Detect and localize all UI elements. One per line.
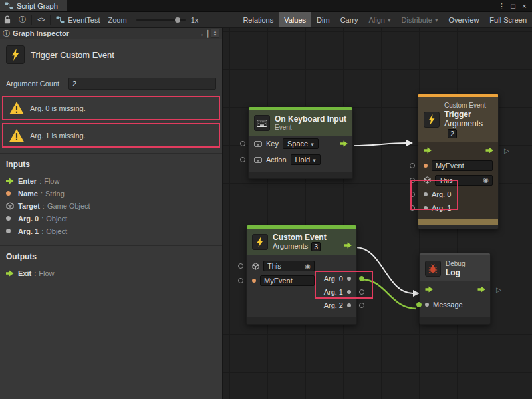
node-custom-event[interactable]: Custom Event Arguments3 This MyEvent xyxy=(246,225,357,325)
action-dropdown[interactable]: Hold xyxy=(291,154,321,165)
selected-unit-title-box: Trigger Custom Event xyxy=(0,39,222,70)
node-on-keyboard-input[interactable]: On Keyboard Input Event Key Space xyxy=(248,106,353,179)
argument-count-badge: 2 xyxy=(448,129,457,138)
arg0-row: Arg. 0 xyxy=(315,272,356,285)
lightning-bolt-icon xyxy=(252,234,268,250)
toolbar-toggle-group: Relations Values Dim Carry Align Distrib… xyxy=(237,12,532,27)
target-row: This xyxy=(418,173,498,188)
script-graph-icon xyxy=(5,2,13,9)
lock-button[interactable] xyxy=(0,12,15,27)
node-trigger-custom-event[interactable]: Custom Event Trigger Arguments2 MyEvent xyxy=(418,93,499,229)
lightning-bolt-icon xyxy=(424,112,440,128)
wire-arguments-to-debug[interactable] xyxy=(356,247,413,293)
event-name-field[interactable]: MyEvent xyxy=(260,275,315,286)
carry-button[interactable]: Carry xyxy=(335,12,364,27)
relations-button[interactable]: Relations xyxy=(237,12,279,27)
zoom-slider[interactable] xyxy=(136,19,186,21)
inputs-header: Inputs xyxy=(6,160,216,169)
wire-arg0-to-message[interactable] xyxy=(361,279,416,309)
flow-out-port[interactable] xyxy=(477,286,486,293)
selected-unit-title: Trigger Custom Event xyxy=(31,50,114,60)
overview-button[interactable]: Overview xyxy=(444,12,485,27)
info-icon: ⓘ xyxy=(19,15,26,25)
argument-count-input[interactable] xyxy=(68,78,216,90)
target-input-port[interactable] xyxy=(238,263,243,269)
node-footer xyxy=(418,219,498,225)
flow-row xyxy=(420,281,490,297)
graph-asset-button[interactable]: EventTest xyxy=(52,12,104,27)
node-title: Trigger xyxy=(444,110,493,119)
string-dot-icon xyxy=(424,164,428,168)
inspect-button[interactable]: ⓘ xyxy=(15,12,30,27)
window-close-icon[interactable]: × xyxy=(519,1,529,11)
target-input-port[interactable] xyxy=(410,178,415,183)
arg2-output-port[interactable] xyxy=(359,303,364,308)
object-dot-icon xyxy=(424,206,428,210)
node-footer xyxy=(420,317,490,324)
align-dropdown-button[interactable]: Align xyxy=(364,12,396,27)
flow-out-port[interactable] xyxy=(344,242,352,249)
name-input-port[interactable] xyxy=(238,278,243,283)
flow-out-port[interactable] xyxy=(340,140,348,147)
output-pin-row: Exit : Flow xyxy=(6,267,216,279)
node-footer xyxy=(247,317,356,324)
node-category: Debug xyxy=(446,259,465,268)
values-button[interactable]: Values xyxy=(279,12,311,27)
flow-row xyxy=(418,142,498,158)
node-subtitle: Arguments2 xyxy=(444,119,493,138)
full-screen-button[interactable]: Full Screen xyxy=(484,12,532,27)
distribute-dropdown-button[interactable]: Distribute xyxy=(396,12,444,27)
event-name-row: MyEvent xyxy=(247,273,320,288)
message-input-port[interactable] xyxy=(416,302,422,307)
message-label: Message xyxy=(433,301,463,309)
panel-scroll-spinner[interactable] xyxy=(211,29,219,38)
node-header: On Keyboard Input Event xyxy=(249,110,352,136)
dock-panel-icon[interactable] xyxy=(198,30,208,37)
tab-title: Script Graph xyxy=(17,2,58,10)
argument-count-row: Argument Count xyxy=(6,78,216,90)
window-tab-bar: Script Graph ⋮ □ × xyxy=(0,0,532,12)
node-category: Custom Event xyxy=(444,101,493,110)
key-label: Key xyxy=(266,140,279,148)
input-pin-row: Name : String xyxy=(6,187,216,200)
object-dot-icon xyxy=(424,192,428,196)
target-field[interactable]: This xyxy=(435,175,493,186)
node-debug-log[interactable]: Debug Log Message xyxy=(419,253,491,325)
object-dot-icon xyxy=(6,216,18,221)
zoom-slider-handle[interactable] xyxy=(175,17,180,23)
zoom-label: Zoom xyxy=(104,12,131,27)
arg1-row: Arg. 1 xyxy=(418,201,498,215)
code-view-button[interactable]: <> xyxy=(33,12,49,27)
window-menu-icon[interactable]: ⋮ xyxy=(497,1,507,11)
node-subtitle: Event xyxy=(275,124,346,132)
dim-button[interactable]: Dim xyxy=(311,12,335,27)
flow-out-port[interactable] xyxy=(485,147,494,154)
tab-script-graph[interactable]: Script Graph xyxy=(0,0,67,11)
keycap-icon xyxy=(254,141,262,147)
key-input-port[interactable] xyxy=(240,141,245,146)
window-maximize-icon[interactable]: □ xyxy=(508,1,518,11)
flow-continue-icon xyxy=(496,286,501,293)
key-dropdown[interactable]: Space xyxy=(283,138,319,149)
message-row: Message xyxy=(420,297,490,312)
wire-keyboard-to-trigger[interactable] xyxy=(354,143,406,146)
zoom-value: 1x xyxy=(191,16,199,24)
node-title: On Keyboard Input xyxy=(275,114,346,124)
flow-in-port[interactable] xyxy=(425,286,434,293)
string-dot-icon xyxy=(252,279,256,283)
arg0-output-port[interactable] xyxy=(359,276,364,281)
keyboard-icon xyxy=(254,115,270,131)
graph-canvas[interactable]: On Keyboard Input Event Key Space xyxy=(223,28,532,399)
flow-in-port[interactable] xyxy=(424,147,432,154)
arg1-output-port[interactable] xyxy=(359,289,364,295)
name-input-port[interactable] xyxy=(410,163,415,168)
arg1-input-port[interactable] xyxy=(410,205,415,211)
graph-inspector-title: Graph Inspector xyxy=(13,29,69,37)
object-dot-icon xyxy=(347,303,351,307)
target-field[interactable]: This xyxy=(263,261,315,271)
arg0-input-port[interactable] xyxy=(410,192,415,197)
info-icon: ⓘ xyxy=(3,29,10,39)
action-input-port[interactable] xyxy=(240,157,245,162)
event-name-field[interactable]: MyEvent xyxy=(432,160,493,171)
graph-toolbar: ⓘ <> EventTest Zoom 1x Relations Values … xyxy=(0,12,532,28)
